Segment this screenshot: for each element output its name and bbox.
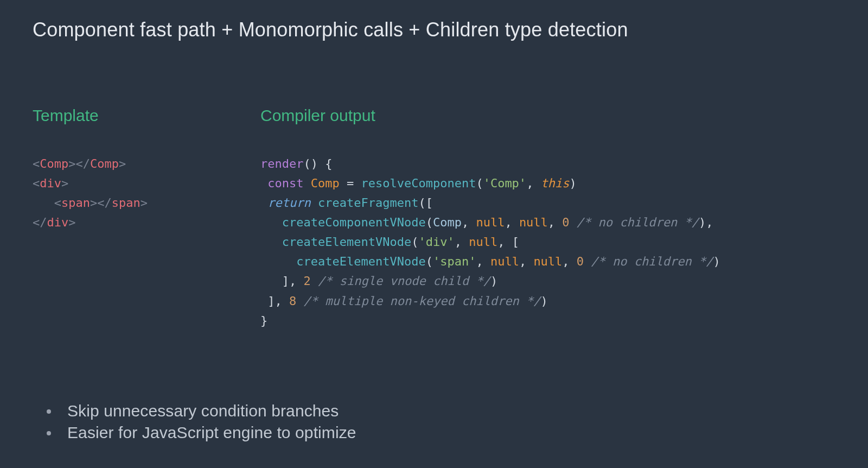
- compiler-column: Compiler output render() { const Comp = …: [260, 106, 835, 331]
- template-column: Template <Comp></Comp> <div> <span></spa…: [33, 106, 260, 232]
- bullet-item: Easier for JavaScript engine to optimize: [43, 423, 356, 442]
- compiler-code: render() { const Comp = resolveComponent…: [260, 154, 835, 331]
- slide: Component fast path + Monomorphic calls …: [0, 0, 868, 468]
- template-code: <Comp></Comp> <div> <span></span> </div>: [33, 154, 260, 232]
- bullet-list: Skip unnecessary condition branches Easi…: [43, 399, 356, 445]
- template-section-label: Template: [33, 106, 260, 125]
- columns: Template <Comp></Comp> <div> <span></spa…: [33, 106, 835, 331]
- slide-title: Component fast path + Monomorphic calls …: [33, 18, 835, 41]
- bullet-item: Skip unnecessary condition branches: [43, 402, 356, 420]
- compiler-section-label: Compiler output: [260, 106, 835, 125]
